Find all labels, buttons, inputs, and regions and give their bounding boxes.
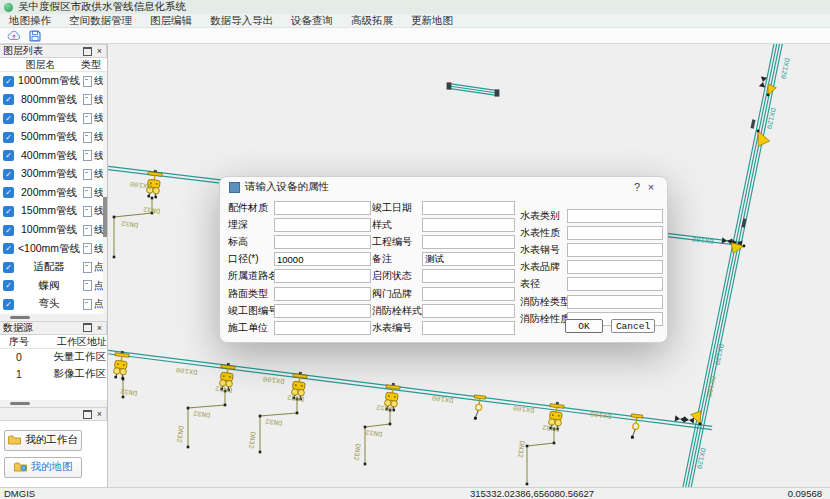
field-input[interactable] [274, 304, 371, 318]
folder-icon [8, 435, 21, 445]
layer-checkbox[interactable]: ✓ [3, 132, 14, 143]
dialog-field-row: 竣工图编号 [228, 302, 376, 319]
field-input[interactable] [422, 304, 515, 318]
branch-node-dot [259, 451, 262, 454]
field-input[interactable] [274, 218, 371, 232]
panel-close-icon[interactable]: × [97, 47, 102, 55]
panel-close-icon[interactable]: × [97, 324, 102, 332]
field-input[interactable] [274, 287, 371, 301]
layer-checkbox[interactable]: ✓ [3, 299, 14, 310]
layer-name: 800mm管线 [17, 93, 81, 107]
dialog-field-row: 水表性质 [520, 224, 661, 241]
layer-name: 150mm管线 [17, 204, 81, 218]
panel-close-icon[interactable]: × [97, 410, 102, 418]
field-input[interactable] [422, 235, 515, 249]
layer-checkbox[interactable]: ✓ [3, 76, 14, 87]
field-label: 水表性质 [520, 226, 567, 240]
layer-row[interactable]: ✓1000mm管线线 [0, 72, 107, 91]
menu-item[interactable]: 高级拓展 [342, 14, 402, 27]
pipe-end-cap [495, 89, 500, 96]
field-input[interactable] [567, 209, 663, 223]
save-icon[interactable] [27, 29, 42, 43]
layer-row[interactable]: ✓适配器点 [0, 258, 107, 277]
field-input[interactable] [422, 201, 515, 215]
cancel-button[interactable]: Cancel [611, 319, 655, 333]
layer-list: ✓1000mm管线线✓800mm管线线✓600mm管线线✓500mm管线线✓40… [0, 72, 107, 314]
document-icon [83, 206, 92, 217]
layer-row[interactable]: ✓500mm管线线 [0, 128, 107, 147]
field-input[interactable] [567, 260, 663, 274]
layer-row[interactable]: ✓蝶阀点 [0, 277, 107, 296]
field-input[interactable] [274, 235, 371, 249]
layer-row[interactable]: ✓300mm管线线 [0, 165, 107, 184]
datasource-panel-header: 数据源 × [0, 321, 107, 335]
field-input[interactable] [567, 295, 663, 309]
menu-item[interactable]: 数据导入导出 [201, 14, 282, 27]
datasource-column-header: 序号 工作区地址 [0, 335, 107, 349]
panel-splitter[interactable] [0, 400, 107, 407]
field-input[interactable] [422, 269, 515, 283]
field-label: 埋深 [228, 218, 274, 232]
layer-checkbox[interactable]: ✓ [3, 187, 14, 198]
field-input[interactable] [422, 287, 515, 301]
layer-row[interactable]: ✓600mm管线线 [0, 109, 107, 128]
field-label: 消防栓样式 [372, 304, 422, 318]
field-input[interactable] [567, 277, 663, 291]
branch-node-dot [224, 404, 227, 407]
map-folder-icon [14, 462, 27, 472]
field-input[interactable] [422, 218, 515, 232]
field-input[interactable] [422, 252, 515, 266]
field-input[interactable] [274, 201, 371, 215]
datasource-row[interactable]: 1影像工作区 [0, 366, 107, 383]
layer-checkbox[interactable]: ✓ [3, 206, 14, 217]
dialog-close-button[interactable]: × [644, 181, 658, 193]
layer-checkbox[interactable]: ✓ [3, 113, 14, 124]
datasource-panel-title: 数据源 [3, 321, 83, 335]
pipe-diameter-label: DX100 [432, 394, 454, 405]
layer-row[interactable]: ✓弯头点 [0, 295, 107, 314]
layer-checkbox[interactable]: ✓ [3, 150, 14, 161]
pipe-diameter-label: DN32 [247, 431, 257, 449]
layer-checkbox[interactable]: ✓ [3, 225, 14, 236]
layer-checkbox[interactable]: ✓ [3, 169, 14, 180]
workspace-panel-header: × [0, 407, 107, 421]
layer-row[interactable]: ✓100mm管线线 [0, 221, 107, 240]
layer-name: 弯头 [17, 297, 81, 311]
layer-checkbox[interactable]: ✓ [3, 280, 14, 291]
panel-splitter[interactable] [0, 314, 107, 321]
field-input[interactable] [274, 269, 371, 283]
dialog-buttons: OK Cancel [565, 319, 655, 333]
layer-row[interactable]: ✓800mm管线线 [0, 91, 107, 110]
panel-float-icon[interactable] [83, 47, 92, 56]
document-icon [83, 113, 92, 124]
layer-row[interactable]: ✓150mm管线线 [0, 202, 107, 221]
my-map-button[interactable]: 我的地图 [4, 457, 82, 478]
pipe-fitting-bar [750, 119, 755, 128]
datasource-row[interactable]: 0矢量工作区 [0, 349, 107, 366]
layer-list-scrollbar[interactable] [103, 72, 107, 314]
panel-float-icon[interactable] [83, 323, 92, 332]
field-input[interactable] [567, 226, 663, 240]
layer-checkbox[interactable]: ✓ [3, 243, 14, 254]
my-workbench-button[interactable]: 我的工作台 [4, 430, 82, 451]
field-input[interactable] [422, 321, 515, 335]
menu-item[interactable]: 更新地图 [402, 14, 462, 27]
menu-item[interactable]: 地图操作 [0, 14, 60, 27]
field-input[interactable] [274, 252, 371, 266]
menu-item[interactable]: 空间数据管理 [60, 14, 141, 27]
cloud-sync-icon[interactable] [6, 29, 21, 43]
layer-row[interactable]: ✓400mm管线线 [0, 146, 107, 165]
menu-item[interactable]: 设备查询 [282, 14, 342, 27]
menu-item[interactable]: 图层编辑 [141, 14, 201, 27]
dialog-help-button[interactable]: ? [630, 181, 644, 193]
field-input[interactable] [274, 321, 371, 335]
ok-button[interactable]: OK [565, 319, 603, 333]
layer-row[interactable]: ✓200mm管线线 [0, 184, 107, 203]
arrow-node-dot [767, 94, 770, 97]
pipe-diameter-label: DN32 [120, 387, 138, 397]
layer-checkbox[interactable]: ✓ [3, 94, 14, 105]
layer-checkbox[interactable]: ✓ [3, 262, 14, 273]
field-input[interactable] [567, 243, 663, 257]
panel-float-icon[interactable] [83, 410, 92, 419]
layer-row[interactable]: ✓<100mm管线线 [0, 239, 107, 258]
